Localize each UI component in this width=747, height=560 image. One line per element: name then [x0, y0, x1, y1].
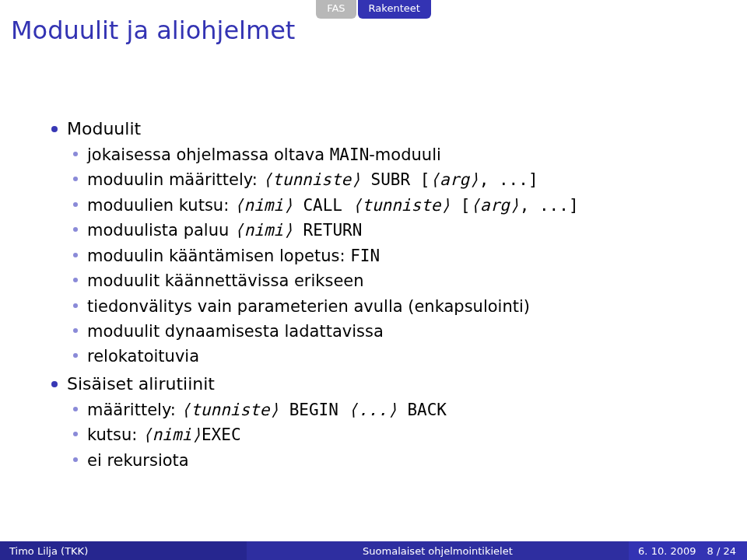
angle-var: arg	[470, 196, 519, 215]
tab-rakenteet: Rakenteet	[358, 0, 431, 19]
angle-var: nimi	[234, 221, 293, 240]
code-text: EXEC	[202, 425, 241, 444]
angle-var: arg	[430, 170, 479, 189]
code-text: ]	[569, 196, 579, 215]
footer-title: Suomalaiset ohjelmointikielet	[247, 541, 629, 560]
angle-var: tunniste	[352, 196, 451, 215]
list-subitem: moduulin määrittely: tunniste SUBR [arg,…	[67, 168, 716, 191]
footer-page: 8 / 24	[703, 541, 747, 560]
list-subitem: relokatoituvia	[67, 345, 716, 368]
body-text: moduulien kutsu:	[87, 196, 234, 215]
body-text: määrittely:	[87, 401, 181, 419]
list-item-label: Moduulit	[67, 119, 141, 138]
body-text: tiedonvälitys vain parameterien avulla (…	[87, 297, 530, 316]
code-text: BEGIN	[279, 401, 349, 419]
page-title: Moduulit ja aliohjelmet	[11, 16, 295, 45]
list-item-label: Sisäiset alirutiinit	[67, 374, 215, 394]
code-text: CALL	[293, 196, 352, 215]
code-text: , ...	[479, 170, 528, 189]
angle-var: tunniste	[181, 401, 279, 419]
code-text: SUBR [	[361, 170, 430, 189]
angle-var: tunniste	[262, 170, 360, 189]
code-text: BACK	[398, 401, 447, 419]
body-text: relokatoituvia	[87, 347, 199, 366]
body-text: moduulit käännettävissa erikseen	[87, 271, 364, 290]
list-subitem: ei rekursiota	[67, 449, 716, 472]
list-subitem: tiedonvälitys vain parameterien avulla (…	[67, 295, 716, 318]
code-text: [	[451, 196, 470, 215]
body-text: ei rekursiota	[87, 451, 189, 470]
list-subitem: moduulin kääntämisen lopetus: FIN	[67, 244, 716, 268]
list-item: Sisäiset alirutiinitmäärittely: tunniste…	[47, 372, 716, 472]
list-subitem: moduulit käännettävissa erikseen	[67, 269, 716, 292]
code-text: ]	[528, 170, 538, 189]
list-subitem: jokaisessa ohjelmassa oltava MAIN-moduul…	[67, 143, 716, 166]
list-subitem: moduulista paluu nimi RETURN	[67, 219, 716, 242]
code-text: FIN	[350, 247, 380, 265]
footer: Timo Lilja (TKK) Suomalaiset ohjelmointi…	[0, 541, 747, 560]
list-subitem: kutsu: nimiEXEC	[67, 423, 716, 446]
list-subitem: moduulit dynaamisesta ladattavissa	[67, 320, 716, 343]
list-subitem: määrittely: tunniste BEGIN ... BACK	[67, 398, 716, 422]
footer-date: 6. 10. 2009	[629, 541, 702, 560]
angle-var: ...	[349, 401, 398, 419]
slide-body: Moduulitjokaisessa ohjelmassa oltava MAI…	[47, 117, 716, 475]
tab-fas: FAS	[316, 0, 356, 19]
angle-var: nimi	[234, 196, 293, 215]
body-text: moduulin määrittely:	[87, 170, 262, 189]
body-text: moduulit dynaamisesta ladattavissa	[87, 322, 384, 341]
body-text: moduulin kääntämisen lopetus:	[87, 247, 350, 265]
list-item: Moduulitjokaisessa ohjelmassa oltava MAI…	[47, 117, 716, 369]
body-text: kutsu:	[87, 425, 142, 444]
angle-var: nimi	[142, 425, 202, 444]
body-text: moduulista paluu	[87, 221, 234, 240]
body-text: jokaisessa ohjelmassa oltava	[87, 145, 330, 164]
code-text: MAIN	[330, 145, 370, 164]
body-text: -moduuli	[369, 145, 441, 164]
code-text: RETURN	[293, 221, 363, 240]
footer-author: Timo Lilja (TKK)	[0, 541, 247, 560]
list-subitem: moduulien kutsu: nimi CALL tunniste [arg…	[67, 194, 716, 217]
code-text: , ...	[520, 196, 569, 215]
